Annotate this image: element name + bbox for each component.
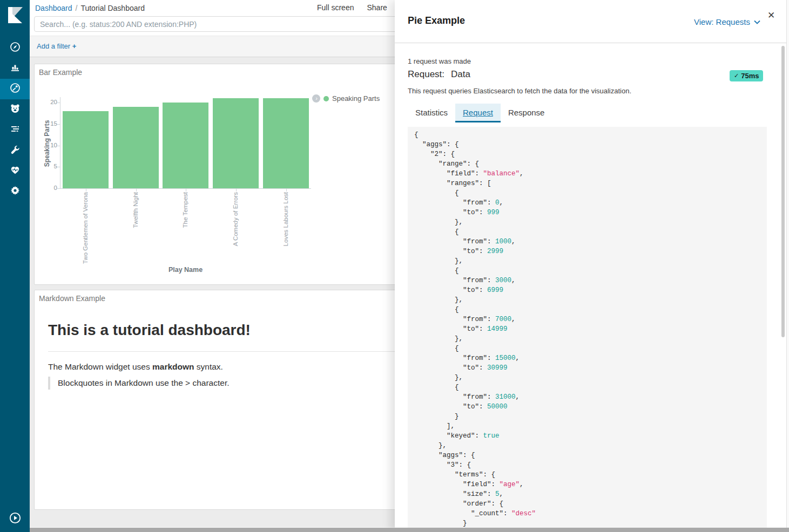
inspector-flyout: Pie Example View: Requests ✕ 1 request w…	[395, 0, 789, 532]
x-axis-tick-mark	[186, 189, 186, 192]
chart-bar[interactable]	[263, 98, 309, 188]
y-axis-tick-label: 0	[41, 185, 57, 191]
code-line: "from": 15000,	[414, 353, 760, 363]
markdown-paragraph-pre: The Markdown widget uses	[48, 362, 152, 371]
chart-bar[interactable]	[213, 98, 259, 188]
sidebar-collapse-button[interactable]	[0, 509, 30, 527]
y-axis-tick-label: 15	[41, 120, 57, 127]
sidebar-item-discover[interactable]	[0, 38, 30, 58]
code-line: "_count": "desc"	[414, 509, 760, 519]
flyout-header: Pie Example View: Requests ✕	[395, 0, 789, 43]
compass-icon	[10, 42, 21, 54]
kibana-logo[interactable]	[0, 0, 30, 30]
add-filter-label: Add a filter	[37, 42, 70, 50]
request-description: This request queries Elasticsearch to fe…	[408, 87, 631, 95]
full-screen-button[interactable]: Full screen	[317, 3, 354, 12]
code-line: "terms": {	[414, 470, 760, 480]
lines-icon	[10, 124, 21, 137]
code-line: "from": 7000,	[414, 315, 760, 324]
sidebar-item-visualize[interactable]	[0, 58, 30, 79]
dashboard-icon	[10, 83, 21, 96]
request-json-code-block[interactable]: { "aggs": { "2": { "range": { "field": "…	[408, 127, 767, 532]
horizontal-scrollbar[interactable]	[30, 528, 789, 532]
code-line: "to": 2999	[414, 247, 760, 256]
chart-bar[interactable]	[113, 107, 159, 188]
legend-color-dot	[323, 96, 329, 101]
x-axis-tick-mark	[86, 189, 86, 192]
markdown-heading: This is a tutorial dashboard!	[48, 322, 251, 339]
request-time-badge: ✓ 75ms	[730, 70, 763, 81]
chart-bar[interactable]	[163, 103, 208, 188]
code-line: "from": 0,	[414, 198, 760, 208]
code-line: },	[414, 334, 760, 344]
code-line: },	[414, 441, 760, 451]
play-circle-icon	[9, 512, 21, 524]
breadcrumb-current: Tutorial Dashboard	[80, 4, 145, 12]
code-line: "to": 999	[414, 208, 760, 217]
legend-toggle-button[interactable]: ›	[312, 94, 320, 103]
tab-statistics[interactable]: Statistics	[408, 104, 455, 122]
code-line: "from": 3000,	[414, 276, 760, 285]
code-line: "keyed": true	[414, 431, 760, 441]
code-line: "field": "age",	[414, 480, 760, 489]
y-axis-line	[60, 97, 60, 188]
sidebar-item-timelion[interactable]	[0, 99, 30, 120]
gear-icon	[10, 185, 21, 198]
share-button[interactable]: Share	[367, 3, 387, 12]
y-axis-tick-label: 5	[41, 163, 57, 169]
request-label: Request:	[408, 69, 444, 79]
request-heading: Request:Data	[408, 69, 470, 80]
bar-chart-icon	[10, 62, 21, 75]
code-line: {	[414, 266, 760, 276]
breadcrumb-dashboard-link[interactable]: Dashboard	[35, 4, 72, 12]
request-count-text: 1 request was made	[408, 57, 471, 65]
x-axis-tick-mark	[286, 189, 287, 192]
code-line: "from": 31000,	[414, 392, 760, 402]
sidebar-item-dashboard[interactable]	[0, 79, 30, 99]
kibana-logo-icon	[4, 4, 26, 26]
x-axis-tick-label: The Tempest	[182, 192, 190, 273]
code-line: },	[414, 295, 760, 305]
code-line: "to": 14999	[414, 324, 760, 334]
tab-request[interactable]: Request	[455, 104, 501, 122]
legend-item-label[interactable]: Speaking Parts	[332, 94, 380, 103]
breadcrumb: Dashboard/Tutorial Dashboard	[35, 4, 145, 12]
code-line: {	[414, 130, 760, 140]
code-line: },	[414, 256, 760, 266]
heartbeat-icon	[10, 165, 21, 178]
code-line: {	[414, 227, 760, 237]
view-requests-dropdown[interactable]: View: Requests	[694, 17, 760, 26]
code-line: "aggs": {	[414, 451, 760, 460]
flyout-vertical-scrollbar[interactable]	[781, 46, 785, 337]
add-filter-link[interactable]: Add a filter +	[37, 42, 76, 50]
face-icon	[10, 103, 21, 116]
view-requests-label: View: Requests	[694, 17, 750, 26]
inspector-tabs: StatisticsRequestResponse	[408, 104, 552, 122]
x-axis-tick-label: Twelfth Night	[132, 192, 140, 273]
code-line: "to": 50000	[414, 402, 760, 412]
sidebar-item-management[interactable]	[0, 181, 30, 202]
flyout-title: Pie Example	[408, 15, 465, 26]
x-axis-title: Play Name	[60, 266, 311, 274]
code-line: {	[414, 344, 760, 353]
close-icon[interactable]: ✕	[766, 9, 776, 22]
sidebar	[0, 0, 30, 532]
code-line: "aggs": {	[414, 140, 760, 149]
x-axis-tick-mark	[136, 189, 137, 192]
x-axis-tick-label: Loves Labours Lost	[282, 192, 290, 273]
sidebar-item-dev-tools[interactable]	[0, 140, 30, 161]
code-line: {	[414, 188, 760, 198]
kibana-app: Dashboard/Tutorial Dashboard Full screen…	[0, 0, 789, 532]
plus-icon: +	[72, 42, 77, 50]
chart-legend: ›Speaking Parts	[312, 94, 380, 103]
markdown-blockquote: Blockquotes in Markdown use the > charac…	[48, 377, 230, 390]
code-line: "size": 5,	[414, 489, 760, 499]
window-scrollbar-track	[786, 0, 789, 532]
x-axis-tick-mark	[236, 189, 237, 192]
markdown-paragraph: The Markdown widget uses markdown syntax…	[48, 362, 223, 372]
chart-bar[interactable]	[63, 111, 109, 188]
tab-response[interactable]: Response	[501, 104, 552, 122]
top-nav-actions: Full screen Share	[317, 3, 387, 12]
sidebar-item-logging[interactable]	[0, 120, 30, 140]
sidebar-item-monitoring[interactable]	[0, 161, 30, 181]
